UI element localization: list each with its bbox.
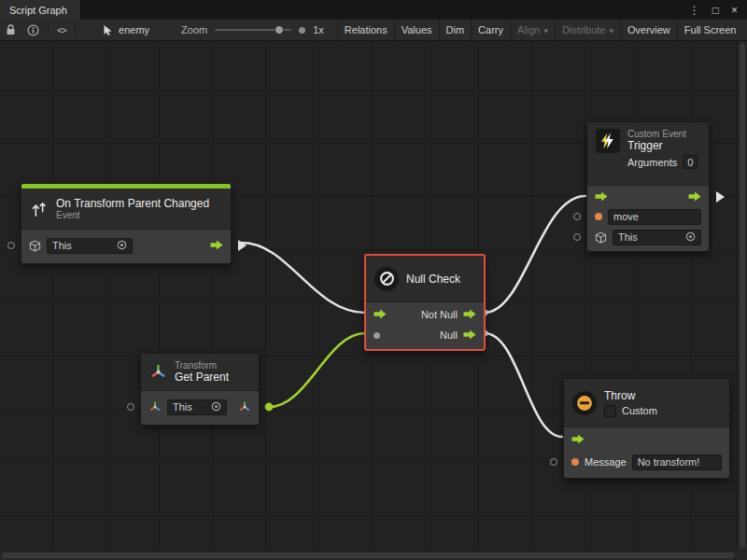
message-input[interactable]: No transform! xyxy=(632,455,722,470)
this-dropdown[interactable]: This xyxy=(167,399,227,415)
gameobject-cube-icon xyxy=(595,231,607,244)
wire-event-to-nullcheck xyxy=(242,243,365,313)
node-throw[interactable]: Throw Custom Message xyxy=(563,378,730,479)
control-output-connector[interactable] xyxy=(238,240,247,251)
node-title: Throw xyxy=(604,389,657,402)
target-icon xyxy=(211,401,221,413)
maximize-icon[interactable]: □ xyxy=(712,4,719,17)
value-input-port[interactable] xyxy=(7,242,15,249)
lightning-icon xyxy=(596,129,620,153)
lock-icon[interactable] xyxy=(0,20,21,40)
chevron-down-icon: ▾ xyxy=(543,26,548,35)
control-output-port[interactable] xyxy=(688,191,701,203)
transform-parent-changed-icon xyxy=(30,200,49,218)
event-name-input[interactable]: move xyxy=(608,209,701,225)
chevron-down-icon: ▾ xyxy=(609,26,613,35)
zoom-reset-dot[interactable] xyxy=(299,27,305,34)
node-title: Null Check xyxy=(406,273,460,286)
node-category: Transform xyxy=(175,360,229,371)
node-on-transform-parent-changed[interactable]: On Transform Parent Changed Event This xyxy=(21,183,232,264)
graph-toolbar: <> enemy Zoom 1x Relations Values Dim Ca… xyxy=(0,20,747,41)
script-graph-window: Script Graph ⋮ □ × <> enemy Zoom 1x Rel xyxy=(0,0,747,560)
message-label: Message xyxy=(585,456,627,468)
toolbar-button-values[interactable]: Values xyxy=(394,20,439,40)
zoom-slider[interactable] xyxy=(215,29,291,31)
horizontal-scrollbar-thumb[interactable] xyxy=(2,553,735,558)
toolbar-button-overview[interactable]: Overview xyxy=(620,20,677,40)
transform-output-port[interactable] xyxy=(238,400,251,413)
code-icon[interactable]: <> xyxy=(51,20,72,40)
port-label-not-null: Not Null xyxy=(421,309,458,320)
toolbar-separator xyxy=(48,23,49,36)
menu-icon[interactable]: ⋮ xyxy=(689,4,700,17)
value-input-port[interactable] xyxy=(127,403,134,411)
wire-null-to-throw xyxy=(485,333,562,437)
node-subtitle: Event xyxy=(56,210,209,220)
arguments-label: Arguments xyxy=(627,157,677,168)
value-input-port[interactable] xyxy=(374,332,380,339)
control-output-port[interactable] xyxy=(463,329,476,342)
toolbar-button-distribute[interactable]: Distribute▾ xyxy=(555,20,620,40)
close-icon[interactable]: × xyxy=(731,4,738,17)
horizontal-scrollbar[interactable] xyxy=(0,550,737,560)
target-icon xyxy=(117,240,127,252)
custom-checkbox[interactable] xyxy=(604,405,616,417)
port-label-null: Null xyxy=(440,329,458,341)
graph-asset-icon xyxy=(103,24,114,36)
control-output-port[interactable] xyxy=(463,309,476,321)
node-title: Get Parent xyxy=(175,371,229,384)
value-input-port[interactable] xyxy=(550,458,557,466)
tab-script-graph[interactable]: Script Graph xyxy=(0,0,81,20)
target-icon xyxy=(685,231,696,244)
wire-notnull-to-trigger xyxy=(485,196,585,313)
node-null-check[interactable]: Null Check Not Null Null xyxy=(364,254,486,351)
control-input-port[interactable] xyxy=(571,434,585,446)
wire-getparent-to-nullcheck xyxy=(269,333,365,407)
toolbar-button-fullscreen[interactable]: Full Screen xyxy=(677,20,743,40)
value-input-port[interactable] xyxy=(573,213,581,220)
toolbar-button-carry[interactable]: Carry xyxy=(471,20,510,40)
toolbar-button-dim[interactable]: Dim xyxy=(439,20,472,40)
custom-checkbox-label: Custom xyxy=(622,405,657,416)
node-get-parent[interactable]: Transform Get Parent This xyxy=(140,353,260,426)
control-input-port[interactable] xyxy=(595,191,608,203)
string-value-dot xyxy=(595,213,602,220)
control-output-port[interactable] xyxy=(210,240,223,252)
null-check-icon xyxy=(374,267,399,291)
toolbar-separator xyxy=(75,23,76,36)
graph-canvas[interactable]: On Transform Parent Changed Event This xyxy=(0,41,747,560)
node-title: Trigger xyxy=(627,139,698,152)
tab-strip: Script Graph ⋮ □ × xyxy=(0,0,747,20)
graph-asset-name: enemy xyxy=(103,24,149,36)
gameobject-cube-icon xyxy=(29,240,41,252)
throw-icon xyxy=(572,391,597,415)
transform-axes-icon xyxy=(149,363,167,381)
node-category: Custom Event xyxy=(627,129,698,139)
this-dropdown[interactable]: This xyxy=(47,238,133,254)
control-input-port[interactable] xyxy=(374,309,387,321)
node-title: On Transform Parent Changed xyxy=(56,197,209,210)
node-trigger-custom-event[interactable]: Custom Event Trigger Arguments 0 xyxy=(586,121,710,252)
string-value-dot xyxy=(571,458,579,466)
scrollbar-corner xyxy=(737,550,747,560)
zoom-slider-handle[interactable] xyxy=(275,25,284,35)
toolbar-button-relations[interactable]: Relations xyxy=(337,20,394,40)
vertical-scrollbar-thumb[interactable] xyxy=(740,43,745,548)
info-icon[interactable] xyxy=(21,20,45,40)
value-input-port[interactable] xyxy=(573,233,581,241)
control-output-connector[interactable] xyxy=(716,191,725,203)
vertical-scrollbar[interactable] xyxy=(737,41,747,550)
this-dropdown[interactable]: This xyxy=(613,230,701,245)
toolbar-button-align[interactable]: Align▾ xyxy=(510,20,555,40)
zoom-value: 1x xyxy=(313,24,324,35)
zoom-label: Zoom xyxy=(181,24,207,35)
arguments-count-field[interactable]: 0 xyxy=(683,155,698,169)
transform-axes-icon xyxy=(148,400,162,413)
